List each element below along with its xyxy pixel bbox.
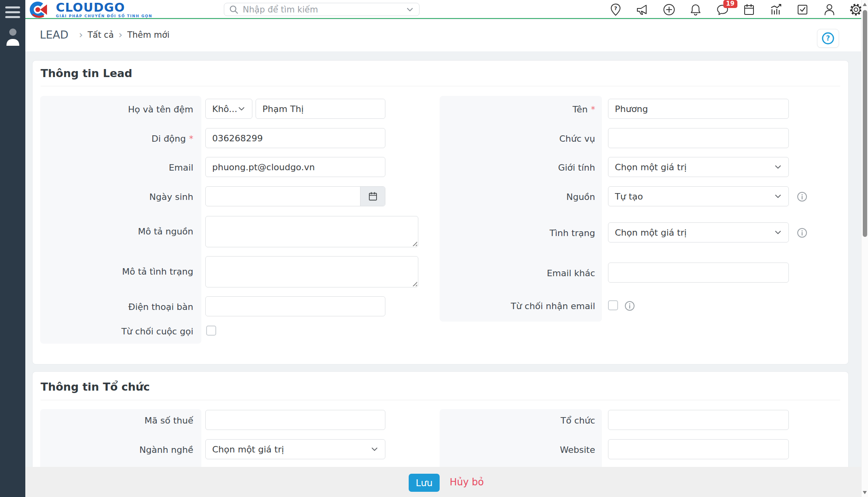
lead-status-select[interactable]: Chọn một giá trị	[608, 222, 789, 242]
logo-title: CLOUDGO	[56, 2, 152, 14]
website-input[interactable]	[608, 439, 789, 459]
organization-input[interactable]	[608, 410, 789, 430]
chevron-down-icon	[371, 445, 379, 453]
breadcrumb-item-all[interactable]: Tất cả	[88, 30, 114, 40]
sidebar	[0, 0, 25, 497]
info-icon[interactable]	[624, 301, 635, 311]
secondary-email-label: Email khác	[440, 267, 595, 279]
gender-select[interactable]: Chọn một giá trị	[608, 157, 789, 177]
lead-source-value: Tự tạo	[615, 191, 774, 202]
lead-right-label-panel	[440, 96, 602, 322]
vertical-scrollbar[interactable]	[861, 0, 868, 497]
mobile-label: Di động*	[40, 133, 193, 145]
help-question-icon: ?	[821, 32, 835, 45]
search-icon	[229, 5, 239, 14]
lead-info-card: Thông tin Lead Họ và tên đệm Khô... Di đ…	[32, 60, 849, 365]
industry-value: Chọn một giá trị	[212, 444, 371, 454]
calendar-button[interactable]	[742, 3, 756, 16]
topbar: CLOUDGO GIẢI PHÁP CHUYỂN ĐỔI SỐ TINH GỌN…	[25, 0, 861, 19]
logo-tagline: GIẢI PHÁP CHUYỂN ĐỔI SỐ TINH GỌN	[56, 14, 152, 18]
notifications-button[interactable]	[689, 3, 702, 16]
help-button[interactable]: ?	[817, 29, 839, 48]
job-title-input[interactable]	[608, 128, 789, 148]
lead-source-select[interactable]: Tự tạo	[608, 186, 789, 206]
svg-text:?: ?	[826, 34, 830, 42]
breadcrumb: LEAD › Tất cả › Thêm mới	[40, 29, 170, 41]
no-call-label: Từ chối cuộc gọi	[40, 326, 193, 338]
hamburger-menu-button[interactable]	[5, 6, 20, 21]
bell-icon	[689, 3, 702, 16]
cancel-link[interactable]: Hủy bỏ	[450, 477, 484, 488]
search-scope-chevron-icon[interactable]	[405, 5, 414, 14]
cloudgo-logo-icon	[29, 1, 53, 18]
secondary-email-input[interactable]	[608, 263, 789, 283]
no-email-label: Từ chối nhận email	[440, 300, 595, 312]
breadcrumb-module[interactable]: LEAD	[40, 29, 68, 41]
no-call-checkbox[interactable]	[206, 326, 216, 336]
breadcrumb-bar: LEAD › Tất cả › Thêm mới ?	[25, 20, 861, 51]
messages-button[interactable]: 19	[716, 3, 729, 16]
svg-text:?: ?	[614, 5, 617, 11]
info-icon[interactable]	[797, 228, 807, 238]
tasks-button[interactable]	[796, 3, 809, 16]
info-icon[interactable]	[797, 191, 807, 202]
source-description-label: Mô tả nguồn	[40, 226, 193, 238]
chat-unread-badge: 19	[723, 0, 737, 8]
breadcrumb-separator-icon: ›	[79, 29, 83, 41]
scrollbar-thumb[interactable]	[863, 10, 867, 237]
megaphone-icon	[636, 3, 649, 16]
salutation-value: Khô...	[212, 104, 237, 114]
lead-section-title: Thông tin Lead	[41, 67, 132, 79]
page-content: Thông tin Lead Họ và tên đệm Khô... Di đ…	[25, 51, 861, 497]
lastname-input[interactable]	[256, 99, 385, 119]
tax-code-input[interactable]	[205, 410, 385, 430]
checkin-button[interactable]: ?	[609, 3, 622, 16]
user-avatar-icon	[5, 27, 20, 46]
save-button[interactable]: Lưu	[409, 474, 440, 492]
hamburger-icon	[5, 6, 20, 8]
mobile-input[interactable]	[205, 128, 385, 148]
firstname-label: Tên*	[440, 104, 595, 116]
announcements-button[interactable]	[635, 3, 649, 16]
firstname-input[interactable]	[608, 99, 789, 119]
office-phone-input[interactable]	[205, 296, 385, 316]
section-divider	[41, 400, 840, 400]
add-circle-icon	[663, 3, 676, 16]
settings-button[interactable]	[849, 3, 863, 16]
date-picker-button[interactable]	[360, 187, 385, 206]
quick-create-button[interactable]	[662, 3, 676, 16]
lead-status-label: Tình trạng	[440, 227, 595, 239]
chevron-down-icon	[774, 192, 782, 200]
industry-select[interactable]: Chọn một giá trị	[205, 439, 385, 459]
website-label: Website	[440, 444, 595, 456]
org-section-title: Thông tin Tổ chức	[41, 381, 150, 393]
cloudgo-logo[interactable]: CLOUDGO GIẢI PHÁP CHUYỂN ĐỔI SỐ TINH GỌN	[29, 1, 152, 18]
logo-text: CLOUDGO GIẢI PHÁP CHUYỂN ĐỔI SỐ TINH GỌN	[56, 2, 152, 18]
job-title-label: Chức vụ	[440, 133, 595, 145]
birthday-input[interactable]	[205, 186, 385, 206]
email-input[interactable]	[205, 157, 385, 177]
gender-label: Giới tính	[440, 162, 595, 174]
salutation-select[interactable]: Khô...	[205, 99, 252, 119]
sidebar-user-avatar[interactable]	[5, 27, 20, 46]
app-root: CLOUDGO GIẢI PHÁP CHUYỂN ĐỔI SỐ TINH GỌN…	[0, 0, 868, 497]
calendar-icon	[368, 191, 378, 201]
profile-button[interactable]	[823, 3, 836, 16]
scroll-down-arrow-icon[interactable]	[863, 491, 867, 494]
no-email-checkbox[interactable]	[608, 300, 618, 310]
industry-label: Ngành nghề	[40, 444, 193, 456]
topbar-icon-row: ?	[609, 3, 863, 16]
scroll-up-arrow-icon[interactable]	[863, 3, 867, 6]
global-search	[224, 3, 420, 16]
tax-code-label: Mã số thuế	[40, 415, 193, 427]
status-description-textarea[interactable]	[205, 256, 418, 287]
reports-button[interactable]	[769, 3, 783, 16]
lead-status-value: Chọn một giá trị	[615, 228, 774, 238]
office-phone-label: Điện thoại bàn	[40, 301, 193, 313]
user-profile-icon	[823, 3, 835, 16]
source-description-textarea[interactable]	[205, 216, 418, 247]
chevron-down-icon	[237, 105, 246, 113]
search-input[interactable]	[243, 5, 405, 14]
section-divider	[41, 86, 840, 86]
breadcrumb-item-new[interactable]: Thêm mới	[127, 30, 170, 40]
